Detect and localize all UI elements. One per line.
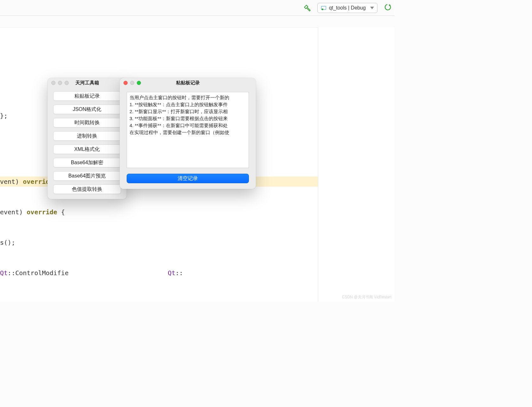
chevron-down-icon <box>370 7 374 9</box>
tool-button-xml[interactable]: XML格式化 <box>53 145 121 154</box>
toolbox-button-list: 粘贴板记录 JSON格式化 时间戳转换 进制转换 XML格式化 Base64加解… <box>48 87 127 194</box>
clip-line: 在实现过程中，需要创建一个新的窗口（例如使 <box>130 129 246 136</box>
tool-button-base64-image[interactable]: Base64图片预览 <box>53 171 121 181</box>
tool-button-json[interactable]: JSON格式化 <box>53 105 121 114</box>
traffic-lights <box>124 81 141 85</box>
tool-button-clipboard[interactable]: 粘贴板记录 <box>53 91 121 101</box>
run-target-selector[interactable]: qt_tools | Debug <box>317 3 377 13</box>
run-icon[interactable] <box>383 4 391 12</box>
tool-button-radix[interactable]: 进制转换 <box>53 131 121 141</box>
clipboard-window[interactable]: 粘贴板记录 当用户点击主窗口的按钮时，需要打开一个新的 1. **按钮触发**：… <box>120 78 256 189</box>
run-target-label: qt_tools | Debug <box>329 5 366 11</box>
clipboard-titlebar[interactable]: 粘贴板记录 <box>120 78 256 87</box>
watermark: CSDN @天河书阁 VicRestart <box>342 294 391 300</box>
code-text: event) override { <box>0 208 65 216</box>
code-text: }; <box>0 112 8 120</box>
clip-line: 2. **新窗口显示**：打开新窗口时，应该显示相 <box>130 108 246 115</box>
toolbox-window[interactable]: 天河工具箱 粘贴板记录 JSON格式化 时间戳转换 进制转换 XML格式化 Ba… <box>48 78 127 199</box>
kit-icon <box>321 5 326 11</box>
clip-line: 4. **事件捕获**：在新窗口中可能需要捕获和处 <box>130 122 246 129</box>
close-icon[interactable] <box>124 81 128 85</box>
clip-line: 3. **功能面板**：新窗口需要根据点击的按钮来 <box>130 115 246 122</box>
close-icon[interactable] <box>51 81 55 85</box>
code-text: Qt::ControlModifie Qt:: <box>0 269 183 277</box>
build-icon[interactable] <box>303 4 312 12</box>
clip-line: 当用户点击主窗口的按钮时，需要打开一个新的 <box>130 94 246 101</box>
maximize-icon[interactable] <box>65 81 69 85</box>
clip-line: 1. **按钮触发**：点击主窗口上的按钮触发事件 <box>130 101 246 108</box>
clipboard-text-area[interactable]: 当用户点击主窗口的按钮时，需要打开一个新的 1. **按钮触发**：点击主窗口上… <box>127 92 249 168</box>
tool-button-timestamp[interactable]: 时间戳转换 <box>53 118 121 127</box>
code-text: s(); <box>0 239 15 246</box>
tool-button-color[interactable]: 色值提取转换 <box>53 184 121 194</box>
minimize-icon[interactable] <box>58 81 62 85</box>
toolbox-titlebar[interactable]: 天河工具箱 <box>48 78 127 87</box>
clear-records-button[interactable]: 清空记录 <box>127 174 249 183</box>
minimize-icon[interactable] <box>130 81 134 85</box>
traffic-lights <box>51 81 69 85</box>
svg-point-1 <box>321 8 323 10</box>
right-side-panel <box>318 27 395 302</box>
ide-toolbar: qt_tools | Debug <box>0 0 395 16</box>
tool-button-base64[interactable]: Base64加解密 <box>53 158 121 167</box>
maximize-icon[interactable] <box>137 81 141 85</box>
